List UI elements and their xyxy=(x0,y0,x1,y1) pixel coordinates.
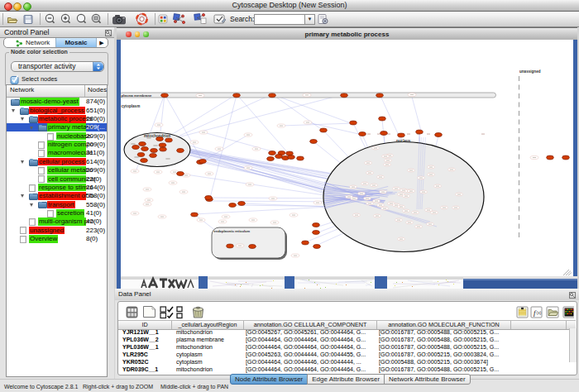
svg-text:endoplasmic reticulum: endoplasmic reticulum xyxy=(214,229,251,233)
svg-text:plasma membrane: plasma membrane xyxy=(122,93,152,98)
svg-text:cytoplasm: cytoplasm xyxy=(122,104,141,108)
svg-text:(x): (x) xyxy=(537,310,542,315)
svg-text:unassigned: unassigned xyxy=(519,69,541,74)
svg-text:nucleus: nucleus xyxy=(396,139,411,143)
